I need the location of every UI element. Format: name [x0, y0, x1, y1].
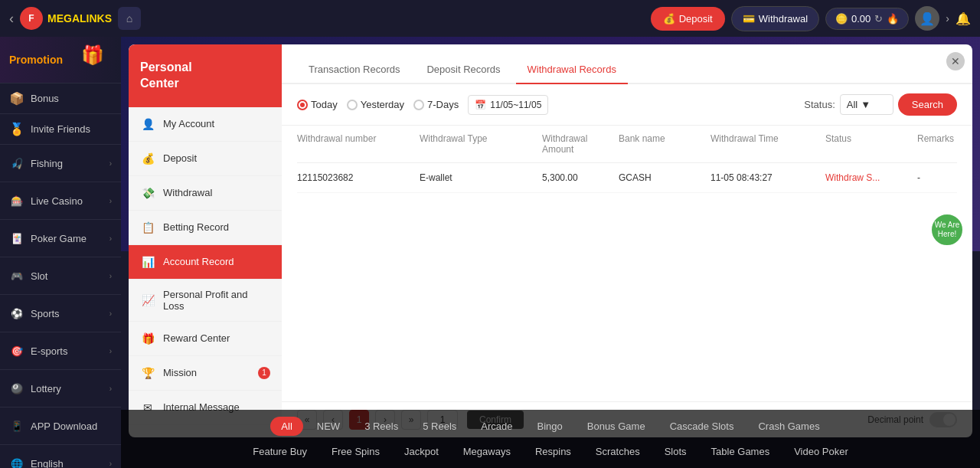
withdrawal-button[interactable]: 💳 Withdrawal: [731, 6, 819, 31]
tab-free-spins[interactable]: Free Spins: [321, 442, 390, 461]
record-icon: [140, 254, 155, 270]
sidebar-item-bonus[interactable]: 📦 Bonus: [0, 83, 121, 114]
status-select[interactable]: All ▼: [840, 94, 893, 115]
sidebar-item-app-download[interactable]: APP Download: [0, 407, 121, 445]
logo[interactable]: F MEGALINKS: [20, 7, 112, 30]
tab-respins[interactable]: Respins: [524, 442, 582, 461]
chat-bubble[interactable]: We AreHere!: [930, 213, 969, 251]
mission-label: Mission: [163, 367, 197, 378]
tab-bingo[interactable]: Bingo: [527, 417, 573, 436]
poker-chevron-icon: ›: [109, 234, 112, 243]
tab-table-games[interactable]: Table Games: [701, 442, 781, 461]
filter-bar: Today Yesterday 7-Days 📅 11/05~11/05: [282, 84, 972, 126]
menu-item-my-account[interactable]: My Account: [129, 107, 282, 142]
slot-label: Slot: [31, 270, 47, 282]
sidebar-item-live-casino[interactable]: Live Casino ›: [0, 182, 121, 220]
menu-item-withdrawal[interactable]: Withdrawal: [129, 176, 282, 211]
tab-3reels[interactable]: 3 Reels: [354, 417, 409, 436]
filter-7days[interactable]: 7-Days: [413, 99, 459, 110]
download-label: APP Download: [31, 421, 97, 432]
yesterday-radio[interactable]: [347, 100, 358, 110]
cell-withdrawal-time: 11-05 08:43:27: [710, 172, 825, 183]
tab-transaction-records[interactable]: Transaction Records: [297, 56, 411, 84]
menu-item-deposit[interactable]: Deposit: [129, 142, 282, 176]
tab-withdrawal-records[interactable]: Withdrawal Records: [516, 56, 628, 84]
menu-item-betting-record[interactable]: Betting Record: [129, 211, 282, 245]
promotion-icon: 🎁: [81, 44, 112, 75]
today-radio[interactable]: [297, 100, 308, 110]
tab-crash-games[interactable]: Crash Games: [747, 417, 830, 436]
table-header: Withdrawal number Withdrawal Type Withdr…: [297, 126, 957, 163]
sidebar-item-poker-game[interactable]: Poker Game ›: [0, 220, 121, 257]
content-area: PersonalCenter My Account Deposit Withdr…: [121, 37, 980, 468]
tab-all[interactable]: All: [270, 417, 302, 436]
menu-item-reward-center[interactable]: Reward Center: [129, 322, 282, 356]
tab-cascade-slots[interactable]: Cascade Slots: [659, 417, 745, 436]
logo-icon: F: [20, 7, 43, 30]
tab-feature-buy[interactable]: Feature Buy: [242, 442, 318, 461]
personal-profit-label: Personal Profit and Loss: [163, 289, 270, 312]
avatar[interactable]: 👤: [915, 6, 939, 31]
logo-text: MEGALINKS: [47, 12, 112, 25]
tab-video-poker[interactable]: Video Poker: [783, 442, 859, 461]
home-button[interactable]: ⌂: [118, 7, 141, 30]
sidebar-item-lottery[interactable]: Lottery ›: [0, 370, 121, 407]
tab-bonus-game[interactable]: Bonus Game: [577, 417, 656, 436]
esports-icon: [9, 343, 24, 358]
bonus-icon: 📦: [9, 91, 24, 106]
header-right: 💰 Deposit 💳 Withdrawal 🪙 0.00 ↻ 🔥 👤 › 🔔: [651, 6, 971, 31]
deposit-button[interactable]: 💰 Deposit: [651, 7, 725, 31]
cell-status: Withdraw S...: [825, 172, 917, 183]
sidebar-item-fishing[interactable]: Fishing ›: [0, 145, 121, 182]
tab-scratches[interactable]: Scratches: [585, 442, 651, 461]
tab-arcade[interactable]: Arcade: [470, 417, 523, 436]
back-button[interactable]: ‹: [9, 11, 14, 27]
slot-chevron-icon: ›: [109, 272, 112, 280]
calendar-icon: 📅: [475, 100, 486, 110]
status-filter-group: Status: All ▼ Search: [804, 93, 957, 116]
header-withdrawal-time: Withdrawal Time: [710, 133, 825, 155]
sidebar-item-promotion[interactable]: Promotion 🎁: [0, 37, 121, 83]
tab-jackpot[interactable]: Jackpot: [394, 442, 449, 461]
search-button[interactable]: Search: [898, 93, 957, 116]
status-value: All: [847, 99, 858, 110]
english-label: English: [31, 458, 64, 469]
bottom-tabs-row2: Feature Buy Free Spins Jackpot Megaways …: [121, 439, 980, 464]
tab-new[interactable]: NEW: [306, 417, 351, 436]
sports-chevron-icon: ›: [109, 309, 112, 318]
sidebar-item-esports[interactable]: E-sports ›: [0, 332, 121, 370]
tab-slots[interactable]: Slots: [654, 442, 697, 461]
lottery-icon: [9, 381, 24, 396]
filter-radio-group: Today Yesterday 7-Days: [297, 99, 459, 110]
menu-item-account-record[interactable]: Account Record: [129, 245, 282, 280]
notification-icon[interactable]: 🔔: [956, 11, 971, 26]
filter-today[interactable]: Today: [297, 99, 338, 110]
sidebar-item-sports[interactable]: Sports ›: [0, 295, 121, 332]
tab-megaways[interactable]: Megaways: [452, 442, 521, 461]
betting-icon: [140, 220, 155, 235]
casino-label: Live Casino: [31, 195, 83, 207]
7days-radio[interactable]: [413, 100, 424, 110]
chat-circle: We AreHere!: [930, 213, 964, 247]
header: ‹ F MEGALINKS ⌂ 💰 Deposit 💳 Withdrawal 🪙…: [0, 0, 980, 37]
header-left: ‹ F MEGALINKS ⌂: [9, 7, 141, 30]
tab-5reels[interactable]: 5 Reels: [412, 417, 467, 436]
records-table: Withdrawal number Withdrawal Type Withdr…: [282, 126, 972, 401]
filter-yesterday[interactable]: Yesterday: [347, 99, 404, 110]
refresh-icon[interactable]: ↻: [874, 13, 883, 25]
menu-item-mission[interactable]: Mission 1: [129, 356, 282, 391]
close-button[interactable]: ✕: [946, 52, 965, 70]
main-layout: Promotion 🎁 📦 Bonus 🏅 Invite Friends Fis…: [0, 37, 980, 468]
menu-item-personal-profit[interactable]: Personal Profit and Loss: [129, 280, 282, 322]
sidebar-item-invite-friends[interactable]: 🏅 Invite Friends: [0, 114, 121, 145]
chevron-icon[interactable]: ›: [946, 12, 949, 25]
casino-chevron-icon: ›: [109, 197, 112, 205]
sports-icon: [9, 306, 24, 321]
sidebar-item-slot[interactable]: Slot ›: [0, 257, 121, 295]
tab-deposit-records[interactable]: Deposit Records: [415, 56, 511, 84]
sidebar-item-english[interactable]: English ›: [0, 445, 121, 468]
cell-withdrawal-type: E-wallet: [420, 172, 542, 183]
my-account-label: My Account: [163, 118, 214, 129]
english-chevron-icon: ›: [109, 460, 112, 468]
date-range-input[interactable]: 📅 11/05~11/05: [468, 95, 548, 115]
